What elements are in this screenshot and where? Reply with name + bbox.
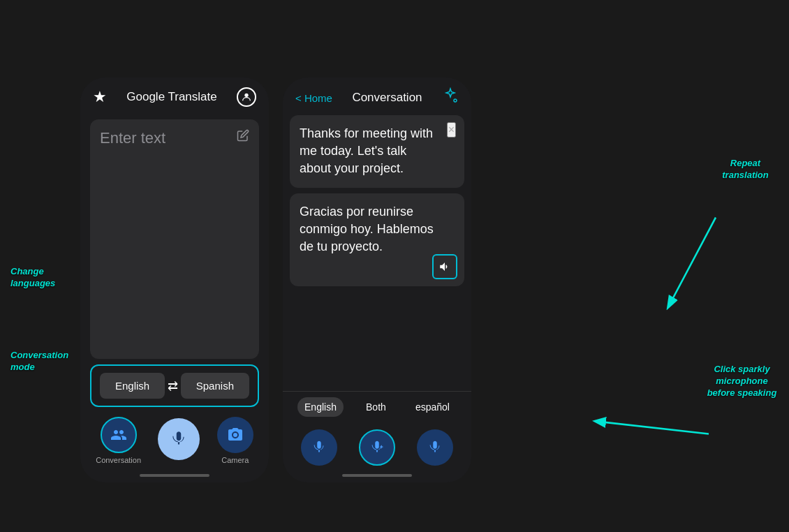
swap-languages-icon[interactable]: ⇄ (168, 378, 178, 394)
enter-text-placeholder: Enter text (100, 129, 165, 147)
camera-nav-item[interactable]: Camera (217, 417, 253, 464)
right-microphone-bar (283, 422, 471, 470)
mic-nav-item[interactable] (158, 418, 200, 463)
translated-message-bubble: Gracias por reunirse conmigo hoy. Hablem… (290, 193, 464, 287)
conversation-nav-label: Conversation (96, 456, 141, 464)
annotation-change-languages: Change languages (10, 266, 66, 290)
conversation-nav-item[interactable]: Conversation (96, 417, 141, 464)
conversation-messages: × Thanks for meeting with me today. Let'… (283, 115, 471, 391)
language-spanish-button[interactable]: Spanish (181, 373, 249, 399)
annotation-repeat-translation: Repeat translation (716, 158, 775, 182)
avatar-icon[interactable] (237, 87, 256, 107)
phone-home-indicator (140, 474, 209, 477)
sparkle-microphone-icon[interactable] (442, 87, 459, 108)
mic-icon-circle (158, 418, 200, 460)
right-language-bar: English Both español (283, 391, 471, 422)
right-phone: < Home Conversation × Thanks for meeting… (283, 77, 471, 482)
star-icon[interactable]: ★ (93, 88, 107, 106)
svg-point-4 (244, 94, 248, 97)
right-top-bar: < Home Conversation (283, 77, 471, 115)
right-phone-home-indicator (342, 474, 412, 477)
svg-line-3 (596, 421, 709, 434)
left-phone: ★ Google Translate Enter text English ⇄ … (80, 77, 269, 482)
svg-point-5 (233, 433, 237, 437)
right-both-button[interactable]: Both (359, 397, 393, 417)
svg-point-6 (454, 99, 457, 102)
camera-nav-label: Camera (221, 456, 249, 464)
conversation-title: Conversation (352, 91, 422, 105)
center-sparkly-mic-button[interactable] (359, 429, 395, 466)
text-input-area[interactable]: Enter text (90, 119, 259, 359)
left-top-bar: ★ Google Translate (80, 77, 269, 114)
language-english-button[interactable]: English (100, 373, 165, 399)
repeat-translation-button[interactable] (432, 254, 457, 279)
left-mic-button[interactable] (301, 429, 337, 466)
annotation-click-sparkly: Click sparkly microphone before speaking (705, 364, 779, 399)
svg-line-2 (668, 218, 716, 307)
original-message-text: Thanks for meeting with me today. Let's … (300, 125, 455, 178)
language-selector-bar: English ⇄ Spanish (90, 364, 259, 407)
app-title: Google Translate (126, 90, 216, 104)
original-message-bubble: × Thanks for meeting with me today. Let'… (290, 115, 464, 188)
annotation-conversation-mode: Conversation mode (10, 350, 73, 374)
right-espanol-button[interactable]: español (408, 397, 457, 417)
back-home-button[interactable]: < Home (295, 92, 332, 104)
right-mic-button[interactable] (417, 429, 453, 466)
edit-icon (237, 129, 249, 145)
right-english-button[interactable]: English (297, 397, 344, 417)
translated-message-text: Gracias por reunirse conmigo hoy. Hablem… (300, 203, 455, 277)
conversation-icon-circle (101, 417, 137, 453)
camera-icon-circle (217, 417, 253, 453)
bottom-navigation: Conversation Camera (80, 407, 269, 470)
close-bubble-button[interactable]: × (447, 122, 456, 138)
